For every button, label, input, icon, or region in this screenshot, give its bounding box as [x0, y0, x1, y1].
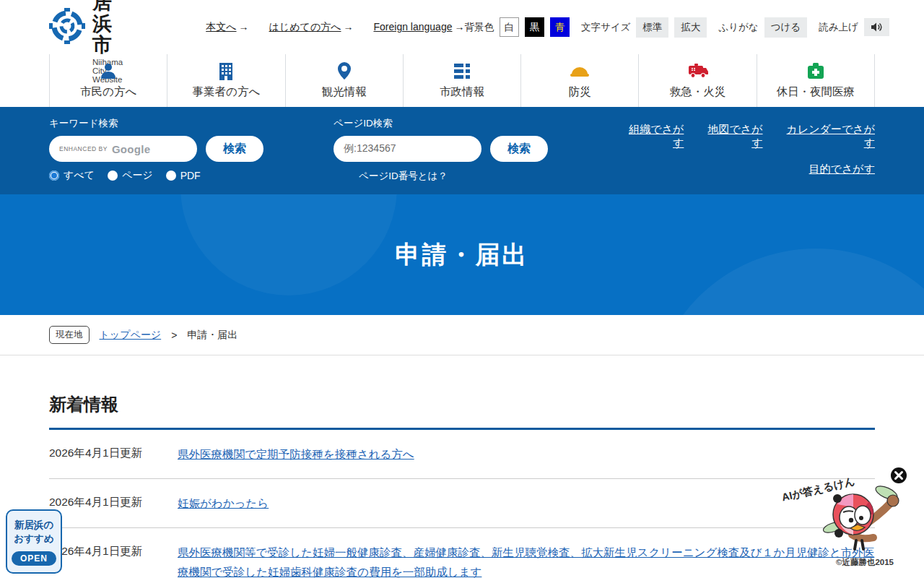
search-scope-radios: すべて ページ PDF: [49, 169, 330, 182]
skip-to-content-link[interactable]: 本文へ→: [206, 21, 248, 34]
person-icon: [99, 61, 118, 80]
breadcrumb: 現在地 トップページ > 申請・届出: [0, 315, 924, 355]
recommend-panel-toggle[interactable]: 新居浜の おすすめ OPEN: [6, 509, 62, 574]
nav-holiday-medical[interactable]: 休日・夜間医療: [757, 54, 875, 107]
breadcrumb-separator: >: [171, 329, 177, 341]
furigana-label: ふりがな: [718, 21, 758, 34]
breadcrumb-home-link[interactable]: トップページ: [100, 329, 162, 342]
radio-dot: [108, 171, 118, 181]
keyword-search: キーワード検索 ENHANCED BY Google 検索 すべて ページ PD…: [49, 117, 330, 183]
nav-emergency-fire[interactable]: 救急・火災: [638, 54, 756, 107]
page-id-help-link[interactable]: ページID番号とは？: [359, 170, 618, 183]
news-row: 2026年4月1日更新 妊娠がわかったら: [49, 479, 875, 528]
news-link[interactable]: 県外医療機関等で受診した妊婦一般健康診査、産婦健康診査、新生児聴覚検査、拡大新生…: [178, 543, 875, 578]
current-location-badge: 現在地: [49, 326, 90, 344]
radio-all[interactable]: すべて: [49, 169, 95, 182]
arrow-icon: →: [239, 21, 249, 33]
keyword-search-button[interactable]: 検索: [206, 136, 263, 162]
radio-pdf[interactable]: PDF: [166, 170, 201, 181]
hero-decorative-circle: [180, 194, 397, 296]
hero-decorative-circle: [650, 249, 924, 315]
map-pin-icon: [335, 61, 354, 80]
font-enlarge-button[interactable]: 拡大: [674, 17, 707, 38]
news-heading: 新着情報: [49, 393, 875, 430]
mascot-copyright: ©近藤勝也2015: [836, 557, 894, 568]
nav-business[interactable]: 事業者の方へ: [167, 54, 284, 107]
page-title: 申請・届出: [396, 238, 529, 272]
recommend-label-line1: 新居浜の: [10, 518, 58, 532]
arrow-icon: →: [454, 21, 464, 33]
furigana-on-button[interactable]: つける: [764, 17, 807, 38]
radio-page[interactable]: ページ: [108, 169, 153, 182]
mascot-character[interactable]: [823, 483, 902, 558]
font-size-label: 文字サイズ: [581, 21, 630, 34]
bg-white-button[interactable]: 白: [500, 17, 519, 37]
nav-tourism[interactable]: 観光情報: [285, 54, 403, 107]
site-title: 新居浜市: [92, 0, 123, 56]
radio-dot: [49, 171, 59, 181]
main-navigation: 市民の方へ 事業者の方へ 観光情報 市政情報 防災 救急・火災 休日・夜間医: [0, 54, 924, 107]
list-icon: [453, 61, 471, 80]
utility-links: 本文へ→ はじめての方へ→ Foreign language→: [206, 21, 464, 34]
building-icon: [217, 61, 235, 80]
foreign-language-link[interactable]: Foreign language→: [373, 21, 464, 34]
fire-truck-icon: [687, 61, 709, 80]
recommend-label-line2: おすすめ: [10, 532, 58, 546]
news-date: 2026年4月1日更新: [49, 543, 178, 559]
speaker-icon[interactable]: [864, 18, 889, 36]
nav-citizens[interactable]: 市民の方へ: [49, 54, 167, 107]
arrow-icon: →: [343, 21, 353, 33]
readaloud-label: 読み上げ: [819, 21, 858, 34]
page-id-search-button[interactable]: 検索: [490, 136, 548, 162]
bg-black-button[interactable]: 黒: [525, 17, 544, 37]
news-link[interactable]: 妊娠がわかったら: [178, 493, 875, 513]
breadcrumb-current-page: 申請・届出: [187, 329, 237, 342]
page-hero: 申請・届出: [0, 194, 924, 315]
first-aid-icon: [806, 61, 825, 80]
site-header: 新居浜市 Niihama City Website 本文へ→ はじめての方へ→ …: [0, 0, 924, 54]
page-id-label: ページID検索: [334, 117, 618, 130]
page-id-search: ページID検索 例:1234567 検索 ページID番号とは？: [334, 117, 618, 183]
page-id-input[interactable]: 例:1234567: [334, 136, 481, 162]
ai-chat-widget: AIが答えるけん: [781, 467, 911, 575]
search-by-map-link[interactable]: 地図でさがす: [697, 123, 762, 150]
close-icon[interactable]: [890, 467, 907, 484]
first-time-link[interactable]: はじめての方へ→: [269, 21, 354, 34]
font-standard-button[interactable]: 標準: [636, 17, 668, 38]
niihama-emblem-icon: [49, 8, 85, 47]
search-band: キーワード検索 ENHANCED BY Google 検索 すべて ページ PD…: [0, 107, 924, 194]
helmet-icon: [570, 61, 590, 80]
radio-dot: [166, 171, 176, 181]
bg-blue-button[interactable]: 青: [550, 17, 570, 37]
news-link[interactable]: 県外医療機関で定期予防接種を接種される方へ: [178, 444, 875, 464]
search-by-purpose-link[interactable]: 目的でさがす: [809, 163, 875, 175]
recommend-open-button[interactable]: OPEN: [12, 551, 56, 566]
bg-color-label: 背景色: [464, 21, 494, 34]
accessibility-controls: 背景色 白 黒 青 文字サイズ 標準 拡大 ふりがな つける 読み上げ: [464, 17, 889, 38]
news-date: 2026年4月1日更新: [49, 493, 178, 510]
nav-disaster-prevention[interactable]: 防災: [520, 54, 638, 107]
news-row: 2026年4月1日更新 県外医療機関等で受診した妊婦一般健康診査、産婦健康診査、…: [49, 528, 875, 578]
search-by-calendar-link[interactable]: カレンダーでさがす: [776, 123, 875, 150]
nav-city-government[interactable]: 市政情報: [403, 54, 520, 107]
news-date: 2026年4月1日更新: [49, 444, 178, 461]
search-by-organization-link[interactable]: 組織でさがす: [618, 123, 684, 150]
keyword-search-input[interactable]: ENHANCED BY Google: [49, 136, 197, 162]
keyword-search-label: キーワード検索: [49, 117, 330, 130]
quick-search-links: 組織でさがす 地図でさがす カレンダーでさがす 目的でさがす: [618, 117, 875, 183]
news-row: 2026年4月1日更新 県外医療機関で定期予防接種を接種される方へ: [49, 430, 875, 479]
